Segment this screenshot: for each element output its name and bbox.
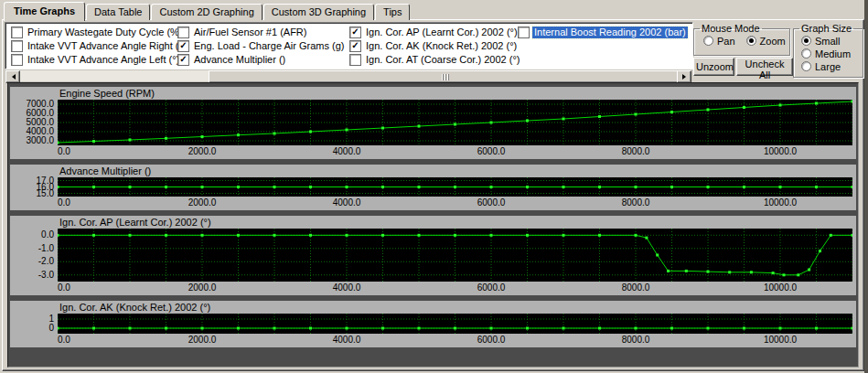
parameter-label[interactable]: Internal Boost Reading 2002 (bar)	[532, 27, 688, 38]
graph-size-caption: Graph Size	[799, 23, 853, 34]
parameter-label[interactable]: Intake VVT Advance Angle Left (°)	[26, 54, 181, 66]
x-axis-labels: 0.02000.04000.06000.08000.010000.0	[58, 145, 856, 158]
x-tick-label: 2000.0	[188, 283, 217, 293]
parameter-item-eng-load-charge-air-grams-g[interactable]: ✓Eng. Load - Charge Air Grams (g)	[177, 40, 346, 52]
mouse-mode-options: PanZoom	[698, 35, 786, 47]
unzoom-button[interactable]: Unzoom	[693, 58, 734, 76]
plot-ign-cor-ap-learnt-cor-2002[interactable]	[58, 229, 852, 282]
x-tick-label: 2000.0	[188, 336, 217, 345]
graph-engine-speed-rpm: Engine Speed (RPM)7000.06000.05000.04000…	[10, 87, 856, 159]
checkbox[interactable]: ✓	[349, 40, 361, 52]
parameter-item-advance-multiplier[interactable]: ✓Advance Multiplier ()	[177, 54, 287, 66]
parameter-label[interactable]: Ign. Cor. AP (Learnt Cor.) 2002 (°)	[364, 27, 520, 38]
tab-custom-2d-graphing[interactable]: Custom 2D Graphing	[151, 4, 262, 20]
scroll-left-button[interactable]	[5, 70, 20, 83]
horizontal-scrollbar[interactable]	[5, 69, 692, 82]
parameter-label[interactable]: Air/Fuel Sensor #1 (AFR)	[192, 27, 308, 38]
parameter-item-intake-vvt-advance-angle-right[interactable]: Intake VVT Advance Angle Right (°)	[11, 40, 188, 52]
x-tick-label: 6000.0	[477, 198, 506, 208]
parameter-label[interactable]: Ign. Cor. AT (Coarse Cor.) 2002 (°)	[364, 54, 521, 66]
parameter-label[interactable]: Advance Multiplier ()	[192, 54, 287, 66]
y-tick-label: 15.0	[37, 189, 54, 198]
tab-time-graphs[interactable]: Time Graphs	[4, 2, 85, 21]
x-tick-label: 10000.0	[764, 147, 797, 156]
app-window: Time GraphsData TableCustom 2D GraphingC…	[0, 0, 868, 373]
radio-label: Zoom	[760, 36, 786, 47]
x-axis-labels: 0.02000.04000.06000.08000.010000.0	[58, 282, 856, 294]
checkbox[interactable]	[518, 27, 530, 38]
parameter-list: Primary Wastegate Duty Cycle (%)Intake V…	[5, 22, 693, 69]
x-tick-label: 10000.0	[764, 336, 797, 345]
right-arrow-icon	[682, 74, 689, 80]
radio-zoom[interactable]: Zoom	[746, 35, 786, 47]
x-tick-label: 4000.0	[333, 336, 361, 345]
checkbox[interactable]: ✓	[349, 27, 361, 38]
radio-medium[interactable]: Medium	[801, 48, 859, 59]
x-tick-label: 4000.0	[333, 198, 361, 208]
mouse-mode-group: Mouse Mode PanZoom	[693, 23, 790, 56]
graph-title: Ign. Cor. AK (Knock Ret.) 2002 (°)	[59, 302, 856, 314]
parameter-label[interactable]: Intake VVT Advance Angle Right (°)	[26, 40, 188, 52]
checkbox[interactable]: ✓	[177, 40, 189, 52]
x-tick-label: 8000.0	[622, 198, 650, 208]
plot-engine-speed-rpm[interactable]	[58, 100, 852, 145]
graphs-panel: Engine Speed (RPM)7000.06000.05000.04000…	[7, 82, 859, 368]
y-tick-label: 3000.0	[26, 136, 54, 145]
graph-title: Advance Multiplier ()	[59, 165, 856, 177]
parameter-item-intake-vvt-advance-angle-left[interactable]: Intake VVT Advance Angle Left (°)	[11, 54, 181, 66]
y-axis-labels: 0.0-1.0-2.0-3.0	[10, 229, 58, 282]
y-tick-label: -3.0	[38, 271, 54, 280]
parameter-item-ign-cor-at-coarse-cor-2002[interactable]: Ign. Cor. AT (Coarse Cor.) 2002 (°)	[349, 54, 521, 66]
x-tick-label: 0.0	[58, 336, 70, 345]
tab-custom-3d-graphing[interactable]: Custom 3D Graphing	[263, 4, 374, 20]
tab-page-time-graphs: Primary Wastegate Duty Cycle (%)Intake V…	[2, 19, 864, 371]
graph-size-group: Graph Size SmallMediumLarge	[793, 23, 863, 78]
checkbox[interactable]: ✓	[177, 54, 189, 66]
tab-data-table[interactable]: Data Table	[86, 4, 150, 20]
x-tick-label: 2000.0	[188, 198, 217, 208]
parameter-label[interactable]: Ign. Cor. AK (Knock Ret.) 2002 (°)	[364, 40, 519, 52]
y-axis-labels: 17.016.015.0	[10, 177, 58, 197]
checkbox[interactable]	[349, 54, 361, 66]
x-tick-label: 10000.0	[764, 198, 797, 208]
scroll-right-button[interactable]	[677, 70, 691, 83]
x-tick-label: 10000.0	[764, 283, 797, 293]
y-axis-labels: 7000.06000.05000.04000.03000.0	[10, 100, 58, 145]
radio-label: Pan	[717, 36, 735, 47]
x-tick-label: 4000.0	[333, 147, 361, 156]
checkbox[interactable]	[11, 54, 23, 66]
parameter-label[interactable]: Eng. Load - Charge Air Grams (g)	[192, 40, 346, 52]
x-tick-label: 8000.0	[622, 336, 650, 345]
radio-label: Large	[815, 61, 841, 72]
plot-advance-multiplier[interactable]	[58, 177, 852, 197]
x-tick-label: 6000.0	[477, 336, 506, 345]
window-edge	[864, 0, 868, 373]
checkbox[interactable]	[11, 27, 23, 38]
plot-ign-cor-ak-knock-ret-2002[interactable]	[58, 314, 852, 334]
radio-small[interactable]: Small	[801, 35, 859, 47]
parameter-item-primary-wastegate-duty-cycle[interactable]: Primary Wastegate Duty Cycle (%)	[11, 27, 185, 38]
parameter-item-ign-cor-ap-learnt-cor-2002[interactable]: ✓Ign. Cor. AP (Learnt Cor.) 2002 (°)	[349, 27, 520, 38]
radio-circle-icon	[801, 36, 811, 46]
graph-ign-cor-ap-learnt-cor-2002: Ign. Cor. AP (Learnt Cor.) 2002 (°)0.0-1…	[10, 216, 856, 295]
parameter-item-ign-cor-ak-knock-ret-2002[interactable]: ✓Ign. Cor. AK (Knock Ret.) 2002 (°)	[349, 40, 519, 52]
checkbox[interactable]	[177, 27, 189, 38]
x-axis-labels: 0.02000.04000.06000.08000.010000.0	[58, 197, 856, 209]
graph-title: Engine Speed (RPM)	[59, 88, 856, 100]
x-tick-label: 6000.0	[477, 147, 506, 156]
x-axis-labels: 0.02000.04000.06000.08000.010000.0	[58, 334, 856, 346]
radio-circle-icon	[801, 48, 811, 59]
x-tick-label: 0.0	[58, 147, 70, 156]
parameter-item-air-fuel-sensor-1-afr[interactable]: Air/Fuel Sensor #1 (AFR)	[177, 27, 308, 38]
uncheck-all-button[interactable]: Uncheck All	[736, 58, 793, 76]
checkbox[interactable]	[11, 40, 23, 52]
radio-large[interactable]: Large	[801, 60, 859, 72]
tab-tips[interactable]: Tips	[375, 4, 410, 20]
graph-advance-multiplier: Advance Multiplier ()17.016.015.00.02000…	[10, 165, 856, 210]
scrollbar-thumb[interactable]	[209, 70, 682, 83]
parameter-item-internal-boost-reading-2002-bar[interactable]: Internal Boost Reading 2002 (bar)	[518, 27, 688, 38]
radio-pan[interactable]: Pan	[703, 35, 735, 47]
parameter-label[interactable]: Primary Wastegate Duty Cycle (%)	[26, 27, 185, 38]
mouse-mode-caption: Mouse Mode	[700, 23, 762, 34]
radio-label: Small	[815, 36, 841, 47]
